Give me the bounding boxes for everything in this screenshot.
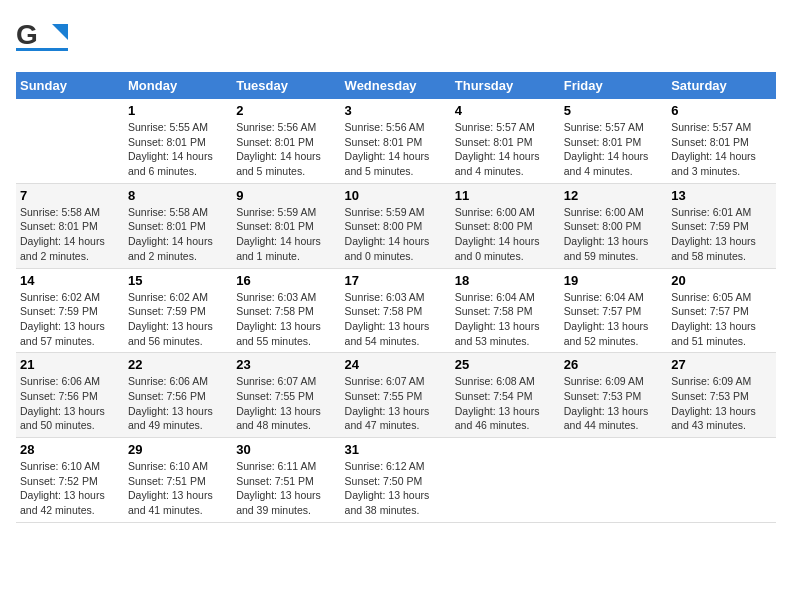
calendar-cell: 22Sunrise: 6:06 AM Sunset: 7:56 PM Dayli… <box>124 353 232 438</box>
calendar-week-row: 1Sunrise: 5:55 AM Sunset: 8:01 PM Daylig… <box>16 99 776 183</box>
calendar-cell: 5Sunrise: 5:57 AM Sunset: 8:01 PM Daylig… <box>560 99 667 183</box>
day-number: 3 <box>345 103 447 118</box>
day-number: 8 <box>128 188 228 203</box>
day-info: Sunrise: 6:07 AM Sunset: 7:55 PM Dayligh… <box>236 374 336 433</box>
calendar-cell: 3Sunrise: 5:56 AM Sunset: 8:01 PM Daylig… <box>341 99 451 183</box>
calendar-cell <box>560 438 667 523</box>
day-number: 15 <box>128 273 228 288</box>
calendar-cell: 19Sunrise: 6:04 AM Sunset: 7:57 PM Dayli… <box>560 268 667 353</box>
column-header-friday: Friday <box>560 72 667 99</box>
calendar-cell: 10Sunrise: 5:59 AM Sunset: 8:00 PM Dayli… <box>341 183 451 268</box>
calendar-cell: 7Sunrise: 5:58 AM Sunset: 8:01 PM Daylig… <box>16 183 124 268</box>
day-number: 30 <box>236 442 336 457</box>
column-header-saturday: Saturday <box>667 72 776 99</box>
day-number: 26 <box>564 357 663 372</box>
day-number: 17 <box>345 273 447 288</box>
day-info: Sunrise: 6:12 AM Sunset: 7:50 PM Dayligh… <box>345 459 447 518</box>
day-info: Sunrise: 6:03 AM Sunset: 7:58 PM Dayligh… <box>345 290 447 349</box>
day-info: Sunrise: 5:59 AM Sunset: 8:01 PM Dayligh… <box>236 205 336 264</box>
calendar-header-row: SundayMondayTuesdayWednesdayThursdayFrid… <box>16 72 776 99</box>
logo-icon: G <box>16 16 68 56</box>
day-info: Sunrise: 5:58 AM Sunset: 8:01 PM Dayligh… <box>128 205 228 264</box>
calendar-cell: 9Sunrise: 5:59 AM Sunset: 8:01 PM Daylig… <box>232 183 340 268</box>
calendar-cell: 24Sunrise: 6:07 AM Sunset: 7:55 PM Dayli… <box>341 353 451 438</box>
column-header-monday: Monday <box>124 72 232 99</box>
calendar-cell: 14Sunrise: 6:02 AM Sunset: 7:59 PM Dayli… <box>16 268 124 353</box>
day-info: Sunrise: 6:04 AM Sunset: 7:58 PM Dayligh… <box>455 290 556 349</box>
column-header-sunday: Sunday <box>16 72 124 99</box>
calendar-cell: 6Sunrise: 5:57 AM Sunset: 8:01 PM Daylig… <box>667 99 776 183</box>
calendar-cell: 1Sunrise: 5:55 AM Sunset: 8:01 PM Daylig… <box>124 99 232 183</box>
day-info: Sunrise: 5:56 AM Sunset: 8:01 PM Dayligh… <box>345 120 447 179</box>
day-number: 14 <box>20 273 120 288</box>
day-number: 7 <box>20 188 120 203</box>
day-number: 19 <box>564 273 663 288</box>
day-number: 6 <box>671 103 772 118</box>
calendar-cell: 21Sunrise: 6:06 AM Sunset: 7:56 PM Dayli… <box>16 353 124 438</box>
calendar-cell: 17Sunrise: 6:03 AM Sunset: 7:58 PM Dayli… <box>341 268 451 353</box>
calendar-cell: 2Sunrise: 5:56 AM Sunset: 8:01 PM Daylig… <box>232 99 340 183</box>
calendar-cell: 26Sunrise: 6:09 AM Sunset: 7:53 PM Dayli… <box>560 353 667 438</box>
day-number: 23 <box>236 357 336 372</box>
svg-marker-1 <box>52 24 68 40</box>
day-number: 9 <box>236 188 336 203</box>
day-info: Sunrise: 6:10 AM Sunset: 7:51 PM Dayligh… <box>128 459 228 518</box>
day-number: 21 <box>20 357 120 372</box>
day-info: Sunrise: 5:55 AM Sunset: 8:01 PM Dayligh… <box>128 120 228 179</box>
day-info: Sunrise: 6:07 AM Sunset: 7:55 PM Dayligh… <box>345 374 447 433</box>
calendar-cell: 8Sunrise: 5:58 AM Sunset: 8:01 PM Daylig… <box>124 183 232 268</box>
calendar-cell: 18Sunrise: 6:04 AM Sunset: 7:58 PM Dayli… <box>451 268 560 353</box>
calendar-cell: 29Sunrise: 6:10 AM Sunset: 7:51 PM Dayli… <box>124 438 232 523</box>
day-number: 5 <box>564 103 663 118</box>
day-info: Sunrise: 6:09 AM Sunset: 7:53 PM Dayligh… <box>671 374 772 433</box>
day-number: 1 <box>128 103 228 118</box>
day-info: Sunrise: 6:11 AM Sunset: 7:51 PM Dayligh… <box>236 459 336 518</box>
day-info: Sunrise: 6:06 AM Sunset: 7:56 PM Dayligh… <box>128 374 228 433</box>
page-header: G <box>16 16 776 60</box>
day-info: Sunrise: 5:56 AM Sunset: 8:01 PM Dayligh… <box>236 120 336 179</box>
day-number: 4 <box>455 103 556 118</box>
day-info: Sunrise: 6:05 AM Sunset: 7:57 PM Dayligh… <box>671 290 772 349</box>
calendar-cell: 20Sunrise: 6:05 AM Sunset: 7:57 PM Dayli… <box>667 268 776 353</box>
column-header-tuesday: Tuesday <box>232 72 340 99</box>
calendar-week-row: 21Sunrise: 6:06 AM Sunset: 7:56 PM Dayli… <box>16 353 776 438</box>
calendar-cell: 12Sunrise: 6:00 AM Sunset: 8:00 PM Dayli… <box>560 183 667 268</box>
day-info: Sunrise: 6:00 AM Sunset: 8:00 PM Dayligh… <box>564 205 663 264</box>
calendar-cell: 30Sunrise: 6:11 AM Sunset: 7:51 PM Dayli… <box>232 438 340 523</box>
day-info: Sunrise: 6:06 AM Sunset: 7:56 PM Dayligh… <box>20 374 120 433</box>
day-info: Sunrise: 6:02 AM Sunset: 7:59 PM Dayligh… <box>20 290 120 349</box>
day-number: 24 <box>345 357 447 372</box>
calendar-cell: 31Sunrise: 6:12 AM Sunset: 7:50 PM Dayli… <box>341 438 451 523</box>
calendar-cell: 4Sunrise: 5:57 AM Sunset: 8:01 PM Daylig… <box>451 99 560 183</box>
day-number: 2 <box>236 103 336 118</box>
day-number: 16 <box>236 273 336 288</box>
logo: G <box>16 16 72 60</box>
calendar-week-row: 14Sunrise: 6:02 AM Sunset: 7:59 PM Dayli… <box>16 268 776 353</box>
day-info: Sunrise: 5:57 AM Sunset: 8:01 PM Dayligh… <box>564 120 663 179</box>
calendar-cell <box>451 438 560 523</box>
day-info: Sunrise: 5:58 AM Sunset: 8:01 PM Dayligh… <box>20 205 120 264</box>
day-info: Sunrise: 6:10 AM Sunset: 7:52 PM Dayligh… <box>20 459 120 518</box>
calendar-cell: 27Sunrise: 6:09 AM Sunset: 7:53 PM Dayli… <box>667 353 776 438</box>
calendar-table: SundayMondayTuesdayWednesdayThursdayFrid… <box>16 72 776 523</box>
day-info: Sunrise: 6:01 AM Sunset: 7:59 PM Dayligh… <box>671 205 772 264</box>
day-info: Sunrise: 5:59 AM Sunset: 8:00 PM Dayligh… <box>345 205 447 264</box>
day-number: 25 <box>455 357 556 372</box>
day-number: 28 <box>20 442 120 457</box>
calendar-week-row: 7Sunrise: 5:58 AM Sunset: 8:01 PM Daylig… <box>16 183 776 268</box>
day-number: 18 <box>455 273 556 288</box>
day-info: Sunrise: 6:03 AM Sunset: 7:58 PM Dayligh… <box>236 290 336 349</box>
day-info: Sunrise: 6:04 AM Sunset: 7:57 PM Dayligh… <box>564 290 663 349</box>
day-info: Sunrise: 6:08 AM Sunset: 7:54 PM Dayligh… <box>455 374 556 433</box>
column-header-thursday: Thursday <box>451 72 560 99</box>
calendar-cell: 25Sunrise: 6:08 AM Sunset: 7:54 PM Dayli… <box>451 353 560 438</box>
calendar-week-row: 28Sunrise: 6:10 AM Sunset: 7:52 PM Dayli… <box>16 438 776 523</box>
calendar-cell: 28Sunrise: 6:10 AM Sunset: 7:52 PM Dayli… <box>16 438 124 523</box>
day-number: 11 <box>455 188 556 203</box>
day-info: Sunrise: 6:09 AM Sunset: 7:53 PM Dayligh… <box>564 374 663 433</box>
day-number: 10 <box>345 188 447 203</box>
calendar-cell <box>667 438 776 523</box>
day-number: 13 <box>671 188 772 203</box>
svg-text:G: G <box>16 19 38 50</box>
day-info: Sunrise: 6:02 AM Sunset: 7:59 PM Dayligh… <box>128 290 228 349</box>
